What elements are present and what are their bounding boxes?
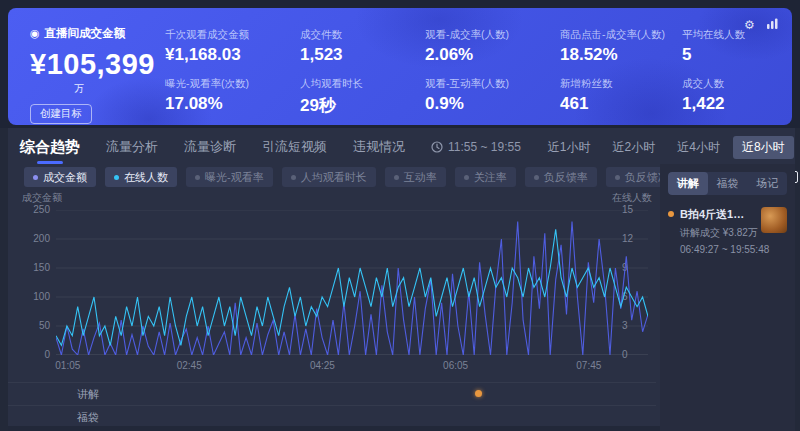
metric-label: 商品点击-成交率(人数) bbox=[560, 28, 682, 42]
dot-icon bbox=[33, 175, 38, 180]
stats-icon[interactable] bbox=[765, 18, 780, 33]
gear-icon[interactable]: ⚙ bbox=[742, 18, 757, 33]
dot-icon bbox=[464, 175, 469, 180]
metric-value: 18.52% bbox=[560, 45, 682, 65]
metric-card: 观看-成交率(人数) 2.06% bbox=[425, 28, 560, 77]
luckybag-timeline-row: 福袋 bbox=[8, 405, 656, 427]
explain-row-label: 讲解 bbox=[77, 387, 99, 402]
metric-value: 2.06% bbox=[425, 45, 560, 65]
metric-value: ¥1,168.03 bbox=[165, 45, 300, 65]
target-icon: ◉ bbox=[30, 28, 40, 39]
trend-section: 综合趋势 流量分析 流量诊断 引流短视频 违规情况 11:55 ~ 19:55 … bbox=[0, 128, 800, 431]
metric-card: 平均在线人数 5 bbox=[682, 28, 792, 77]
dot-icon bbox=[534, 175, 539, 180]
product-title: B拍4斤送1斤共35-4... bbox=[680, 207, 755, 222]
metric-card: 商品点击-成交率(人数) 18.52% bbox=[560, 28, 682, 77]
left-axis-title: 成交金额 bbox=[22, 191, 62, 205]
chip-follow-rate[interactable]: 关注率 bbox=[455, 167, 516, 187]
range-8h-button[interactable]: 近8小时 bbox=[733, 136, 794, 159]
metric-card: 曝光-观看率(次数) 17.08% bbox=[165, 77, 300, 126]
explain-list-item[interactable]: B拍4斤送1斤共35-4... 讲解成交 ¥3.82万 06:49:27 ~ 1… bbox=[668, 207, 787, 255]
clock-icon bbox=[431, 141, 443, 153]
tab-explain[interactable]: 讲解 bbox=[668, 172, 708, 195]
metric-value: 461 bbox=[560, 94, 682, 114]
gmv-block: ◉ 直播间成交金额 ¥105,399 万 创建目标 bbox=[8, 8, 165, 125]
gmv-badge-label: 直播间成交金额 bbox=[45, 26, 126, 41]
metric-card: 观看-互动率(人数) 0.9% bbox=[425, 77, 560, 126]
metric-value: 17.08% bbox=[165, 94, 300, 114]
explain-time-range: 06:49:27 ~ 19:55:48 bbox=[680, 244, 755, 255]
metric-card: 人均观看时长 29秒 bbox=[300, 77, 425, 126]
metric-card: 新增粉丝数 461 bbox=[560, 77, 682, 126]
tab-luckybag[interactable]: 福袋 bbox=[708, 172, 748, 195]
chip-avg-watch-time[interactable]: 人均观看时长 bbox=[282, 167, 376, 187]
tab-violations[interactable]: 违规情况 bbox=[353, 138, 405, 156]
chip-online-users[interactable]: 在线人数 bbox=[105, 167, 177, 187]
luckybag-row-label: 福袋 bbox=[77, 410, 99, 425]
live-dashboard: ◉ 直播间成交金额 ¥105,399 万 创建目标 千次观看成交金额 ¥1,16… bbox=[0, 0, 800, 431]
metric-value: 29秒 bbox=[300, 94, 425, 117]
metric-label: 人均观看时长 bbox=[300, 77, 425, 91]
event-panel-tabs: 讲解 福袋 场记 bbox=[668, 172, 787, 195]
metric-label: 新增粉丝数 bbox=[560, 77, 682, 91]
dot-icon bbox=[394, 175, 399, 180]
create-goal-button[interactable]: 创建目标 bbox=[30, 104, 92, 124]
metric-label: 成交件数 bbox=[300, 28, 425, 42]
tab-short-video[interactable]: 引流短视频 bbox=[262, 138, 327, 156]
metric-label: 观看-互动率(人数) bbox=[425, 77, 560, 91]
summary-panel: ◉ 直播间成交金额 ¥105,399 万 创建目标 千次观看成交金额 ¥1,16… bbox=[8, 8, 792, 125]
chip-interaction-rate[interactable]: 互动率 bbox=[385, 167, 446, 187]
gmv-badge: ◉ 直播间成交金额 bbox=[30, 26, 165, 41]
tab-traffic-analysis[interactable]: 流量分析 bbox=[106, 138, 158, 156]
metric-card: 成交件数 1,523 bbox=[300, 28, 425, 77]
metric-card: 成交人数 1,422 bbox=[682, 77, 792, 126]
metric-label: 曝光-观看率(次数) bbox=[165, 77, 300, 91]
dot-icon bbox=[291, 175, 296, 180]
dot-icon bbox=[615, 175, 620, 180]
time-range-label: 11:55 ~ 19:55 bbox=[431, 140, 521, 154]
metric-label: 观看-成交率(人数) bbox=[425, 28, 560, 42]
gmv-value: ¥105,399 bbox=[30, 48, 165, 81]
dot-icon bbox=[114, 175, 119, 180]
tab-scene-notes[interactable]: 场记 bbox=[747, 172, 787, 195]
chip-exposure-view-rate[interactable]: 曝光-观看率 bbox=[186, 167, 273, 187]
tab-overall-trend[interactable]: 综合趋势 bbox=[20, 138, 80, 157]
tab-traffic-diagnosis[interactable]: 流量诊断 bbox=[184, 138, 236, 156]
bullet-icon bbox=[668, 211, 674, 217]
explain-event-marker[interactable] bbox=[475, 390, 482, 397]
range-4h-button[interactable]: 近4小时 bbox=[668, 136, 729, 159]
metric-label: 千次观看成交金额 bbox=[165, 28, 300, 42]
product-thumbnail bbox=[761, 207, 787, 233]
metric-value: 1,523 bbox=[300, 45, 425, 65]
metric-value: 5 bbox=[682, 45, 792, 65]
gmv-unit: 万 bbox=[74, 82, 165, 96]
explain-deal-amount: 讲解成交 ¥3.82万 bbox=[680, 226, 755, 240]
plot-area[interactable] bbox=[56, 210, 648, 355]
metric-label: 成交人数 bbox=[682, 77, 792, 91]
x-axis-ticks: 01:0502:4504:2506:0507:45 bbox=[56, 360, 648, 374]
chip-gmv[interactable]: 成交金额 bbox=[24, 167, 96, 187]
range-2h-button[interactable]: 近2小时 bbox=[604, 136, 665, 159]
chip-negative-feedback-rate[interactable]: 负反馈率 bbox=[525, 167, 597, 187]
left-edge bbox=[0, 128, 8, 431]
trend-tabs: 综合趋势 流量分析 流量诊断 引流短视频 违规情况 11:55 ~ 19:55 … bbox=[20, 134, 790, 160]
right-axis-title: 在线人数 bbox=[612, 191, 652, 205]
metrics-grid: 千次观看成交金额 ¥1,168.03 曝光-观看率(次数) 17.08% 成交件… bbox=[165, 8, 792, 125]
range-1h-button[interactable]: 近1小时 bbox=[539, 136, 600, 159]
metric-value: 1,422 bbox=[682, 94, 792, 114]
event-panel: 讲解 福袋 场记 B拍4斤送1斤共35-4... 讲解成交 ¥3.82万 06:… bbox=[660, 164, 795, 431]
explain-timeline-row: 讲解 bbox=[8, 382, 656, 404]
dot-icon bbox=[195, 175, 200, 180]
metric-card: 千次观看成交金额 ¥1,168.03 bbox=[165, 28, 300, 77]
metric-value: 0.9% bbox=[425, 94, 560, 114]
